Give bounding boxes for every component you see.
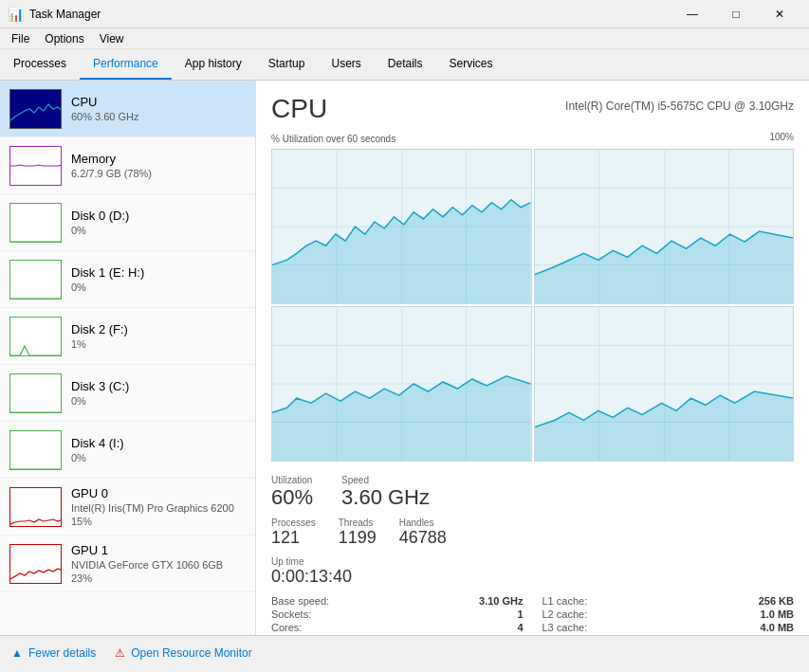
tab-details[interactable]: Details [375, 49, 436, 80]
l3-row: L3 cache: 4.0 MB [542, 622, 795, 633]
cpu-label: CPU [71, 95, 139, 109]
memory-mini-graph [9, 146, 62, 186]
disk3-mini-graph [9, 373, 62, 413]
maximize-button[interactable]: □ [714, 0, 758, 28]
menu-file[interactable]: File [4, 30, 37, 47]
cpu-info-left: Base speed: 3.10 GHz Sockets: 1 Cores: 4… [271, 595, 524, 635]
cpu-graph-4 [534, 306, 795, 462]
utilization-label: Utilization [271, 475, 313, 485]
l3-key: L3 cache: [542, 622, 588, 633]
disk0-value: 0% [71, 225, 129, 236]
disk4-info: Disk 4 (I:) 0% [71, 436, 124, 463]
cpu-panel-title: CPU [271, 94, 327, 124]
fewer-details-button[interactable]: ▲ Fewer details [11, 646, 96, 660]
minimize-button[interactable]: — [671, 0, 714, 28]
disk2-label: Disk 2 (F:) [71, 322, 128, 336]
memory-label: Memory [71, 152, 152, 166]
processes-stat: Processes 121 [271, 518, 316, 549]
sidebar-item-disk4[interactable]: Disk 4 (I:) 0% [0, 422, 255, 479]
main-content: CPU 60% 3.60 GHz Memory 6.2/7.9 GB (78%) [0, 81, 809, 635]
window-title: Task Manager [29, 8, 671, 21]
disk2-value: 1% [71, 338, 128, 350]
tab-performance[interactable]: Performance [80, 49, 172, 80]
l2-val: 1.0 MB [761, 608, 794, 620]
svg-marker-27 [535, 391, 794, 461]
tab-bar: Processes Performance App history Startu… [0, 49, 809, 81]
gpu0-info: GPU 0 Intel(R) Iris(TM) Pro Graphics 620… [71, 486, 234, 527]
gpu1-info: GPU 1 NVIDIA GeForce GTX 1060 6GB 23% [71, 543, 223, 584]
menu-view[interactable]: View [92, 30, 132, 47]
sockets-val: 1 [517, 608, 523, 620]
cpu-graph-2 [534, 149, 795, 304]
utilization-value: 60% [271, 485, 313, 510]
handles-value: 46788 [399, 528, 447, 549]
sidebar-item-disk0[interactable]: Disk 0 (D:) 0% [0, 194, 255, 251]
cpu-graph-3 [271, 306, 532, 462]
sidebar-item-disk3[interactable]: Disk 3 (C:) 0% [0, 365, 255, 422]
gpu1-percent: 23% [71, 572, 223, 584]
open-resource-monitor-button[interactable]: ⚠ Open Resource Monitor [115, 646, 251, 660]
graph-label: % Utilization over 60 seconds [271, 134, 395, 144]
sidebar-item-disk1[interactable]: Disk 1 (E: H:) 0% [0, 251, 255, 308]
sidebar-item-memory[interactable]: Memory 6.2/7.9 GB (78%) [0, 137, 255, 194]
threads-label: Threads [339, 518, 377, 528]
cpu-mini-graph [9, 89, 62, 129]
disk2-mini-graph [9, 317, 62, 356]
disk0-mini-graph [9, 203, 62, 243]
gpu0-percent: 15% [71, 516, 234, 527]
tab-startup[interactable]: Startup [255, 49, 319, 80]
threads-stat: Threads 1199 [339, 518, 377, 549]
speed-value: 3.60 GHz [341, 485, 430, 510]
disk1-mini-graph [9, 260, 62, 300]
svg-marker-6 [272, 200, 531, 303]
handles-label: Handles [399, 518, 447, 528]
disk0-info: Disk 0 (D:) 0% [71, 209, 129, 236]
sidebar-item-gpu1[interactable]: GPU 1 NVIDIA GeForce GTX 1060 6GB 23% [0, 536, 255, 592]
tab-processes[interactable]: Processes [0, 49, 80, 80]
sidebar-item-disk2[interactable]: Disk 2 (F:) 1% [0, 308, 255, 365]
close-button[interactable]: ✕ [758, 0, 801, 28]
app-icon: 📊 [8, 7, 24, 22]
cpu-value: 60% 3.60 GHz [71, 111, 139, 122]
disk1-label: Disk 1 (E: H:) [71, 265, 144, 280]
memory-sidebar-info: Memory 6.2/7.9 GB (78%) [71, 152, 152, 179]
cpu-info-grid: Base speed: 3.10 GHz Sockets: 1 Cores: 4… [271, 595, 794, 635]
uptime-stat: Up time 0:00:13:40 [271, 556, 794, 588]
speed-label: Speed [341, 475, 430, 485]
cpu-graphs [271, 149, 794, 462]
gpu1-label: GPU 1 [71, 543, 223, 557]
cpu-sidebar-info: CPU 60% 3.60 GHz [71, 95, 139, 122]
l1-key: L1 cache: [542, 595, 588, 607]
fewer-details-label: Fewer details [28, 646, 96, 660]
tab-services[interactable]: Services [436, 49, 506, 80]
window-controls: — □ ✕ [671, 0, 801, 28]
uptime-label: Up time [271, 556, 794, 567]
resource-monitor-icon: ⚠ [115, 646, 125, 660]
speed-stat: Speed 3.60 GHz [341, 475, 430, 510]
utilization-stat: Utilization 60% [271, 475, 313, 510]
cpu-panel-header: CPU Intel(R) Core(TM) i5-5675C CPU @ 3.1… [271, 94, 794, 124]
gpu0-subvalue: Intel(R) Iris(TM) Pro Graphics 6200 [71, 502, 234, 514]
svg-marker-20 [272, 376, 531, 461]
tab-users[interactable]: Users [318, 49, 374, 80]
menu-bar: File Options View [0, 28, 809, 49]
gpu0-label: GPU 0 [71, 486, 234, 500]
disk3-info: Disk 3 (C:) 0% [71, 379, 129, 407]
memory-value: 6.2/7.9 GB (78%) [71, 168, 152, 179]
disk3-value: 0% [71, 395, 129, 407]
cpu-info-right: L1 cache: 256 KB L2 cache: 1.0 MB L3 cac… [542, 595, 795, 635]
cpu-model: Intel(R) Core(TM) i5-5675C CPU @ 3.10GHz [565, 100, 794, 113]
sidebar-item-cpu[interactable]: CPU 60% 3.60 GHz [0, 81, 255, 137]
footer: ▲ Fewer details ⚠ Open Resource Monitor [0, 635, 809, 669]
gpu1-mini-graph [9, 544, 62, 584]
disk3-label: Disk 3 (C:) [71, 379, 129, 393]
cores-row: Cores: 4 [271, 622, 524, 633]
cpu-detail-panel: CPU Intel(R) Core(TM) i5-5675C CPU @ 3.1… [256, 81, 809, 635]
base-speed-val: 3.10 GHz [479, 595, 523, 607]
disk4-label: Disk 4 (I:) [71, 436, 124, 450]
sidebar-item-gpu0[interactable]: GPU 0 Intel(R) Iris(TM) Pro Graphics 620… [0, 479, 255, 536]
tab-app-history[interactable]: App history [172, 49, 255, 80]
menu-options[interactable]: Options [37, 30, 91, 47]
processes-label: Processes [271, 518, 316, 528]
cores-key: Cores: [271, 622, 302, 633]
